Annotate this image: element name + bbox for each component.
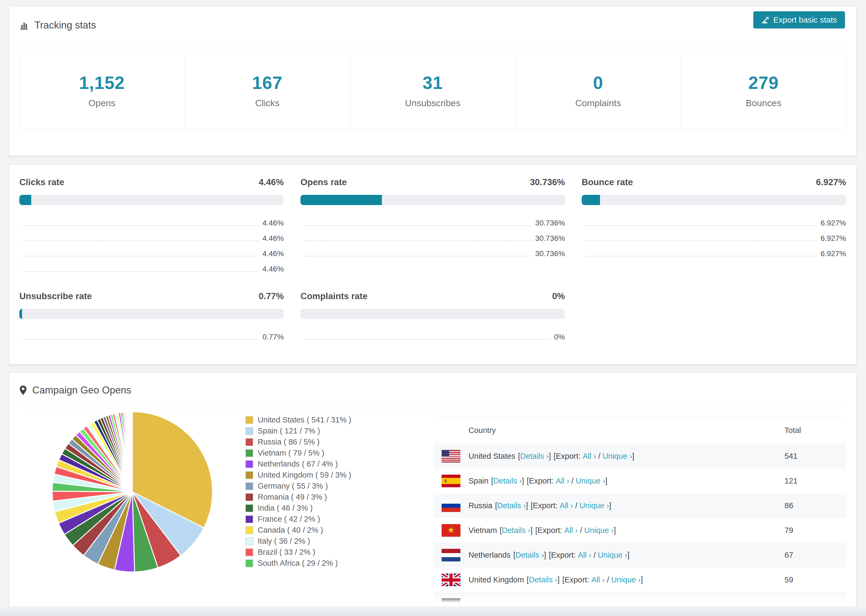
- export-unique-link[interactable]: Unique ›: [598, 551, 627, 559]
- total-cell: 55: [784, 600, 846, 607]
- legend-swatch: [245, 493, 254, 501]
- legend-label: Brazil ( 33 / 2% ): [258, 548, 315, 556]
- details-link[interactable]: Details ›: [515, 551, 544, 559]
- rate-panel: Opens rate 30.736% 30.736% 30.736%: [301, 177, 565, 277]
- rate-panel: Bounce rate 6.927% 6.927% 6.927%: [582, 177, 846, 277]
- export-prefix: Export:: [551, 551, 576, 559]
- progress-bar: [582, 195, 846, 205]
- details-link[interactable]: Details ›: [502, 526, 531, 535]
- map-pin-icon: [19, 385, 27, 395]
- metric-value: 30.736%: [535, 250, 565, 258]
- metric-row: 6.927%: [582, 215, 846, 231]
- table-row: Vietnam [Details ›] [Export:All ›/Unique…: [433, 518, 846, 543]
- export-basic-stats-button[interactable]: Export basic stats: [753, 11, 845, 28]
- legend-label: Netherlands ( 67 / 4% ): [258, 460, 338, 468]
- export-unique-link[interactable]: Unique ›: [576, 476, 605, 486]
- legend-swatch: [245, 427, 254, 435]
- geo-pie-chart[interactable]: [49, 409, 215, 575]
- export-all-link[interactable]: All ›: [556, 476, 569, 486]
- export-unique-link[interactable]: Unique ›: [584, 526, 614, 535]
- stat-card: 1,152 Opens: [19, 53, 185, 128]
- legend-swatch: [245, 559, 254, 567]
- total-cell: 67: [784, 551, 846, 559]
- legend-label: United States ( 541 / 31% ): [258, 415, 351, 424]
- stat-value: 31: [422, 72, 443, 93]
- country-flag-icon: [442, 450, 460, 462]
- details-link[interactable]: Details ›: [497, 501, 526, 510]
- dotted-leader: [304, 240, 531, 241]
- stat-card: 31 Unsubscribes: [350, 53, 516, 128]
- legend-item: Netherlands ( 67 / 4% ): [245, 459, 433, 470]
- country-flag-icon: [442, 475, 460, 487]
- geo-legend: United States ( 541 / 31% ) Spain ( 121 …: [245, 408, 433, 607]
- export-all-link[interactable]: All ›: [583, 452, 596, 460]
- rate-value: 30.736%: [530, 177, 565, 187]
- metric-value: 6.927%: [820, 219, 846, 227]
- country-name: Germany: [469, 600, 501, 607]
- details-link[interactable]: Details ›: [529, 575, 557, 584]
- export-prefix: Export:: [529, 476, 554, 486]
- export-all-link[interactable]: All ›: [568, 600, 581, 607]
- legend-item: India ( 46 / 3% ): [245, 503, 433, 514]
- rate-title: Opens rate: [301, 177, 347, 187]
- metric-row: 4.46%: [19, 261, 284, 277]
- legend-label: Vietnam ( 79 / 5% ): [258, 449, 324, 457]
- stat-value: 1,152: [79, 72, 125, 93]
- legend-label: Spain ( 121 / 7% ): [258, 426, 320, 435]
- metric-row: 6.927%: [582, 231, 846, 246]
- rates-grid: Clicks rate 4.46% 4.46% 4.46%: [9, 165, 856, 344]
- table-row: Spain [Details ›] [Export:All ›/Unique ›…: [433, 468, 846, 493]
- total-cell: 59: [784, 575, 846, 584]
- legend-swatch: [245, 438, 254, 446]
- export-icon: [761, 16, 770, 24]
- metric-value: 4.46%: [263, 265, 284, 273]
- export-prefix: Export:: [556, 452, 581, 460]
- rate-title: Unsubscribe rate: [19, 291, 92, 301]
- rate-value: 0.77%: [259, 291, 284, 301]
- dotted-leader: [304, 225, 531, 226]
- legend-label: Canada ( 40 / 2% ): [258, 526, 323, 534]
- details-link[interactable]: Details ›: [520, 452, 549, 460]
- stat-card: 167 Clicks: [185, 53, 350, 128]
- stat-value: 167: [252, 72, 282, 93]
- geo-header: Campaign Geo Opens: [19, 373, 846, 408]
- tracking-stats-title: Tracking stats: [35, 20, 96, 31]
- country-name: Russia: [469, 501, 493, 510]
- metric-value: 4.46%: [263, 219, 284, 227]
- stat-label: Clicks: [255, 98, 280, 108]
- rate-panel: Unsubscribe rate 0.77% 0.77%: [19, 291, 284, 344]
- country-flag-icon: [442, 499, 460, 512]
- rate-value: 0%: [552, 291, 565, 301]
- rate-title: Clicks rate: [19, 177, 64, 187]
- export-all-link[interactable]: All ›: [564, 526, 578, 535]
- legend-swatch: [245, 548, 254, 556]
- legend-item: South Africa ( 29 / 2% ): [245, 558, 433, 569]
- metric-value: 6.927%: [820, 250, 846, 258]
- export-all-link[interactable]: All ›: [578, 551, 591, 559]
- export-all-link[interactable]: All ›: [591, 575, 605, 584]
- legend-swatch: [245, 416, 254, 424]
- metric-value: 0.77%: [263, 333, 284, 341]
- pie-slice[interactable]: [132, 412, 132, 492]
- export-unique-link[interactable]: Unique ›: [611, 575, 641, 584]
- metric-value: 4.46%: [263, 234, 284, 243]
- export-unique-link[interactable]: Unique ›: [603, 452, 632, 460]
- campaign-stats-page: { "colors": { "accent": "#16889f", "bar_…: [0, 0, 866, 616]
- total-cell: 79: [784, 526, 846, 535]
- legend-swatch: [245, 504, 254, 512]
- metric-value: 4.46%: [263, 250, 284, 258]
- total-cell: 541: [784, 452, 846, 460]
- dotted-leader: [304, 256, 531, 256]
- details-link[interactable]: Details ›: [505, 600, 534, 607]
- stat-label: Complaints: [575, 98, 621, 108]
- export-all-link[interactable]: All ›: [560, 501, 573, 510]
- column-header-country: Country: [433, 426, 784, 435]
- legend-swatch: [245, 471, 254, 479]
- export-unique-link[interactable]: Unique ›: [588, 600, 617, 607]
- details-link[interactable]: Details ›: [493, 476, 522, 486]
- export-unique-link[interactable]: Unique ›: [579, 501, 609, 510]
- table-row: Germany [Details ›] [Export:All ›/Unique…: [433, 592, 846, 607]
- rate-title: Complaints rate: [301, 291, 367, 301]
- geo-body: United States ( 541 / 31% ) Spain ( 121 …: [9, 408, 856, 607]
- dotted-leader: [586, 256, 817, 256]
